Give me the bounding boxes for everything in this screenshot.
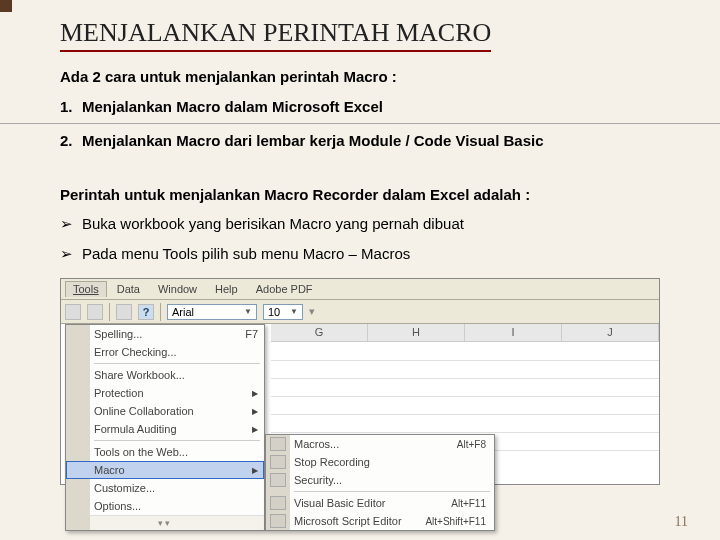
para2: Perintah untuk menjalankan Macro Recorde… — [60, 182, 660, 208]
vb-icon — [270, 496, 286, 510]
toolbar-icon[interactable] — [65, 304, 81, 320]
menu-macro[interactable]: Macro▶ — [66, 461, 264, 479]
submenu-arrow-icon: ▶ — [252, 466, 258, 475]
bullet-item: Buka workbook yang berisikan Macro yang … — [82, 211, 660, 237]
submenu-arrow-icon: ▶ — [252, 425, 258, 434]
menu-data[interactable]: Data — [109, 281, 148, 297]
menu-protection[interactable]: Protection▶ — [66, 384, 264, 402]
menu-formula-auditing[interactable]: Formula Auditing▶ — [66, 420, 264, 438]
menu-customize[interactable]: Customize... — [66, 479, 264, 497]
divider — [0, 123, 720, 124]
submenu-script-editor[interactable]: Microsoft Script EditorAlt+Shift+F11 — [266, 512, 494, 530]
list-item: Menjalankan Macro dari lembar kerja Modu… — [82, 128, 660, 154]
content-block: Ada 2 cara untuk menjalankan perintah Ma… — [60, 64, 660, 266]
col-header[interactable]: I — [465, 324, 562, 341]
excel-screenshot: Tools Data Window Help Adobe PDF ? Arial… — [60, 278, 660, 485]
submenu-stop-recording[interactable]: Stop Recording — [266, 453, 494, 471]
menu-separator — [94, 363, 260, 364]
menu-window[interactable]: Window — [150, 281, 205, 297]
list-num: 2. — [60, 128, 82, 154]
toolbar-icon[interactable] — [116, 304, 132, 320]
toolbar-sep — [160, 303, 161, 321]
col-header[interactable]: J — [562, 324, 659, 341]
column-headers: G H I J — [271, 324, 659, 342]
menu-tools-web[interactable]: Tools on the Web... — [66, 443, 264, 461]
corner-decor — [0, 0, 12, 12]
toolbar-icon[interactable] — [87, 304, 103, 320]
toolbar-sep — [109, 303, 110, 321]
toolbar: ? Arial▼ 10▼ ▾ — [61, 300, 659, 324]
shield-icon — [270, 473, 286, 487]
bullet-icon: ➢ — [60, 211, 82, 237]
menu-error-checking[interactable]: Error Checking... — [66, 343, 264, 361]
col-header[interactable]: H — [368, 324, 465, 341]
submenu-macros[interactable]: Macros...Alt+F8 — [266, 435, 494, 453]
submenu-arrow-icon: ▶ — [252, 389, 258, 398]
menu-options[interactable]: Options... — [66, 497, 264, 515]
tools-dropdown: Spelling...F7 Error Checking... Share Wo… — [65, 324, 265, 531]
menu-adobe[interactable]: Adobe PDF — [248, 281, 321, 297]
page-number: 11 — [675, 514, 688, 530]
slide-title: MENJALANKAN PERINTAH MACRO — [60, 18, 491, 52]
submenu-security[interactable]: Security... — [266, 471, 494, 489]
menu-help[interactable]: Help — [207, 281, 246, 297]
list-item: Menjalankan Macro dalam Microsoft Excel — [82, 94, 660, 120]
menubar: Tools Data Window Help Adobe PDF — [61, 279, 659, 300]
font-name-select[interactable]: Arial▼ — [167, 304, 257, 320]
col-header[interactable]: G — [271, 324, 368, 341]
help-icon[interactable]: ? — [138, 304, 154, 320]
stop-icon — [270, 455, 286, 469]
list-num: 1. — [60, 94, 82, 120]
chevron-down-icon: ▼ — [244, 307, 252, 316]
slide: MENJALANKAN PERINTAH MACRO Ada 2 cara un… — [0, 0, 720, 485]
bullet-icon: ➢ — [60, 241, 82, 267]
bullet-item: Pada menu Tools pilih sub menu Macro – M… — [82, 241, 660, 267]
menu-expand[interactable]: ▾▾ — [66, 515, 264, 530]
menu-tools[interactable]: Tools — [65, 281, 107, 297]
workarea: G H I J Spelling...F7 Error Checking... … — [61, 324, 659, 484]
macro-submenu: Macros...Alt+F8 Stop Recording Security.… — [265, 434, 495, 531]
intro-text: Ada 2 cara untuk menjalankan perintah Ma… — [60, 64, 660, 90]
script-icon — [270, 514, 286, 528]
menu-share-workbook[interactable]: Share Workbook... — [66, 366, 264, 384]
menu-online-collab[interactable]: Online Collaboration▶ — [66, 402, 264, 420]
play-icon — [270, 437, 286, 451]
submenu-arrow-icon: ▶ — [252, 407, 258, 416]
menu-spelling[interactable]: Spelling...F7 — [66, 325, 264, 343]
font-size-select[interactable]: 10▼ — [263, 304, 303, 320]
submenu-vbe[interactable]: Visual Basic EditorAlt+F11 — [266, 494, 494, 512]
menu-separator — [94, 440, 260, 441]
menu-separator — [294, 491, 490, 492]
chevron-down-icon: ▼ — [290, 307, 298, 316]
